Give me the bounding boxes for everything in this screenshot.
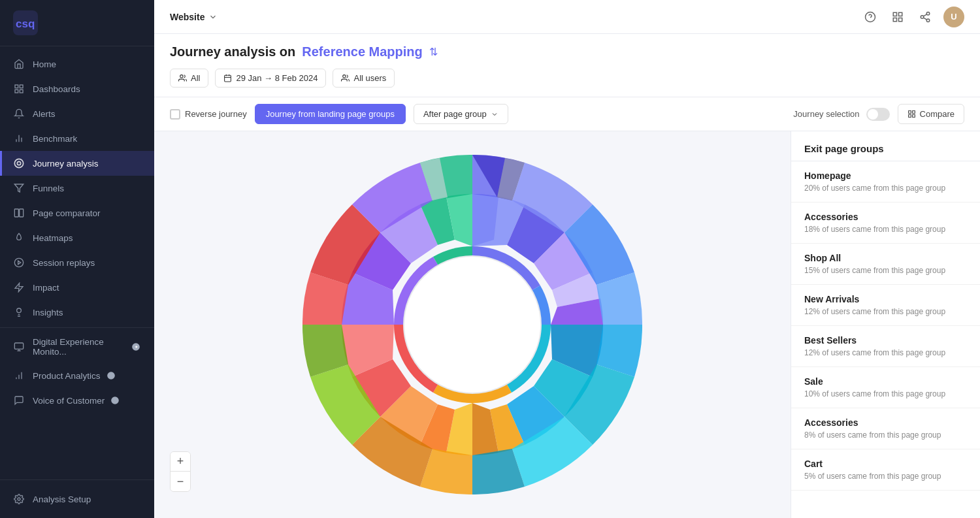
after-page-group-dropdown[interactable]: After page group bbox=[414, 104, 508, 124]
svg-point-28 bbox=[18, 498, 20, 500]
svg-point-10 bbox=[17, 161, 20, 165]
share-button[interactable] bbox=[916, 8, 934, 26]
sidebar-item-session-replays[interactable]: Session replays bbox=[0, 250, 154, 275]
exit-group-desc: 8% of users came from this page group bbox=[804, 430, 967, 440]
exit-page-groups-panel: Exit page groups Homepage 20% of users c… bbox=[791, 131, 980, 518]
reverse-journey-label: Reverse journey bbox=[185, 109, 247, 119]
svg-point-9 bbox=[14, 159, 23, 167]
page-header: Journey analysis on Reference Mapping ⇅ … bbox=[154, 34, 980, 97]
sidebar-item-heatmaps[interactable]: Heatmaps bbox=[0, 225, 154, 250]
sidebar-item-page-comparator-label: Page comparator bbox=[33, 208, 101, 218]
dropdown-chevron-icon bbox=[491, 110, 498, 118]
sidebar-item-digital-label: Digital Experience Monito... bbox=[33, 337, 125, 357]
svg-point-36 bbox=[921, 15, 924, 18]
users-icon bbox=[341, 74, 350, 82]
logo-icon[interactable]: csq bbox=[13, 10, 38, 35]
funnel-icon bbox=[13, 182, 25, 194]
sidebar-item-product-label: Product Analytics bbox=[33, 371, 101, 381]
exit-group-name: Cart bbox=[804, 459, 967, 469]
sidebar-item-funnels[interactable]: Funnels bbox=[0, 176, 154, 201]
exit-group-item[interactable]: Accessories 18% of users came from this … bbox=[791, 202, 980, 244]
svg-rect-41 bbox=[225, 75, 231, 82]
svg-rect-49 bbox=[912, 115, 915, 118]
section-group-digital: Digital Experience Monito... ★ Product A… bbox=[0, 327, 154, 413]
sidebar-item-analysis-setup[interactable]: Analysis Setup bbox=[0, 487, 154, 511]
columns-icon bbox=[13, 207, 25, 219]
svg-line-39 bbox=[923, 14, 926, 16]
exit-group-item[interactable]: Homepage 20% of users came from this pag… bbox=[791, 161, 980, 202]
svg-rect-4 bbox=[15, 89, 18, 93]
sidebar-item-product-analytics[interactable]: Product Analytics bbox=[0, 363, 154, 388]
svg-rect-18 bbox=[14, 343, 23, 349]
page-title-prefix: Journey analysis on bbox=[170, 44, 295, 59]
exit-group-desc: 10% of users came from this page group bbox=[804, 389, 967, 398]
users-filter[interactable]: All users bbox=[333, 69, 395, 88]
sidebar-item-digital-experience[interactable]: Digital Experience Monito... ★ bbox=[0, 331, 154, 363]
svg-point-40 bbox=[180, 75, 183, 78]
sidebar-item-dashboards[interactable]: Dashboards bbox=[0, 76, 154, 101]
lightbulb-icon bbox=[13, 306, 25, 318]
sidebar-item-journey-analysis[interactable]: Journey analysis bbox=[0, 151, 154, 176]
website-selector[interactable]: Website bbox=[170, 12, 218, 22]
svg-point-21 bbox=[132, 343, 140, 351]
segment-filter[interactable]: All bbox=[170, 69, 208, 88]
sidebar-item-page-comparator[interactable]: Page comparator bbox=[0, 201, 154, 225]
compare-icon bbox=[907, 110, 916, 118]
svg-marker-11 bbox=[14, 184, 23, 192]
website-label: Website bbox=[170, 12, 204, 22]
map-icon bbox=[13, 157, 25, 169]
monitor-icon bbox=[13, 341, 25, 353]
main-content: Website U Journey analysis on Reference … bbox=[154, 0, 980, 518]
exit-group-desc: 12% of users came from this page group bbox=[804, 348, 967, 357]
filter-bar: All 29 Jan → 8 Feb 2024 All users bbox=[170, 69, 964, 97]
exit-group-item[interactable]: New Arrivals 12% of users came from this… bbox=[791, 285, 980, 326]
exit-group-item[interactable]: Best Sellers 12% of users came from this… bbox=[791, 326, 980, 367]
compare-button[interactable]: Compare bbox=[898, 104, 964, 124]
journey-from-button[interactable]: Journey from landing page groups bbox=[255, 104, 406, 124]
help-button[interactable] bbox=[861, 8, 879, 26]
sidebar-logo: csq bbox=[0, 0, 154, 46]
checkbox-box[interactable] bbox=[170, 109, 180, 120]
sidebar-item-insights[interactable]: Insights bbox=[0, 300, 154, 325]
zoom-in-button[interactable]: + bbox=[171, 452, 190, 472]
sort-icon[interactable]: ⇅ bbox=[429, 46, 438, 58]
exit-group-item[interactable]: Cart 5% of users came from this page gro… bbox=[791, 449, 980, 491]
sidebar-bottom: Analysis Setup bbox=[0, 479, 154, 518]
zoom-out-button[interactable]: − bbox=[171, 472, 190, 491]
sidebar-item-benchmark-label: Benchmark bbox=[33, 134, 77, 144]
message-icon bbox=[13, 395, 25, 406]
chart-container: + − bbox=[154, 131, 791, 518]
sunburst-chart[interactable] bbox=[302, 155, 642, 494]
svg-rect-2 bbox=[15, 85, 18, 88]
journey-selection-toggle[interactable] bbox=[866, 108, 890, 121]
chart-bar-icon bbox=[13, 133, 25, 144]
page-title-link[interactable]: Reference Mapping bbox=[302, 44, 422, 59]
exit-group-item[interactable]: Sale 10% of users came from this page gr… bbox=[791, 367, 980, 408]
user-avatar[interactable]: U bbox=[943, 7, 964, 27]
sidebar-item-home[interactable]: Home bbox=[0, 52, 154, 76]
apps-button[interactable] bbox=[889, 8, 907, 26]
svg-rect-3 bbox=[20, 85, 23, 88]
digital-badge-icon: ★ bbox=[131, 342, 141, 352]
svg-point-26 bbox=[107, 372, 115, 380]
date-filter[interactable]: 29 Jan → 8 Feb 2024 bbox=[215, 69, 326, 88]
exit-group-item[interactable]: Accessories 8% of users came from this p… bbox=[791, 408, 980, 449]
exit-group-item[interactable]: Shop All 15% of users came from this pag… bbox=[791, 244, 980, 285]
sidebar-item-impact[interactable]: Impact bbox=[0, 275, 154, 300]
segment-icon bbox=[178, 74, 187, 82]
sidebar-item-insights-label: Insights bbox=[33, 308, 63, 317]
sidebar-item-alerts[interactable]: Alerts bbox=[0, 101, 154, 126]
segment-filter-label: All bbox=[191, 73, 200, 83]
exit-group-desc: 20% of users came from this page group bbox=[804, 184, 967, 193]
voice-badge-icon bbox=[110, 395, 120, 406]
fire-icon bbox=[13, 232, 25, 244]
exit-panel-title: Exit page groups bbox=[791, 131, 980, 161]
settings-icon bbox=[13, 493, 25, 505]
reverse-journey-checkbox[interactable]: Reverse journey bbox=[170, 109, 247, 120]
chevron-down-icon bbox=[208, 12, 218, 22]
sidebar-item-benchmark[interactable]: Benchmark bbox=[0, 126, 154, 151]
sidebar-item-voice-of-customer[interactable]: Voice of Customer bbox=[0, 388, 154, 413]
svg-marker-16 bbox=[15, 283, 23, 291]
exit-group-desc: 12% of users came from this page group bbox=[804, 307, 967, 316]
svg-rect-32 bbox=[899, 12, 902, 16]
